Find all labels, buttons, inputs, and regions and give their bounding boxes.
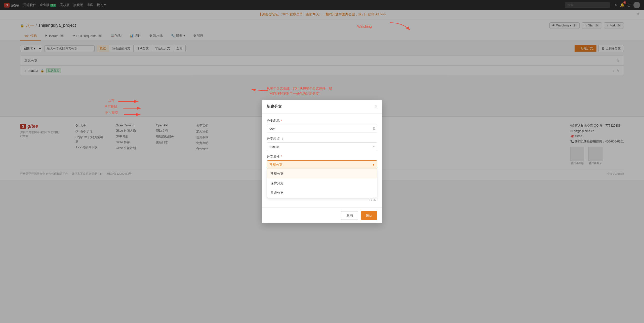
attr-option-protected[interactable]: 保护分支	[267, 178, 377, 180]
modal-title: 新建分支	[267, 104, 282, 109]
copy-icon[interactable]: ⧉	[373, 126, 375, 131]
modal-body: 分支名称 * ⧉ 分支起点 ℹ master ▾	[262, 114, 382, 180]
branch-start-select[interactable]: master	[267, 142, 377, 150]
attr-option-normal[interactable]: 常规分支	[267, 169, 377, 178]
branch-attr-group: 分支属性 * 常规分支 ▾ 常规分支 保护分支 只读分支	[267, 154, 377, 169]
branch-attr-label: 分支属性 *	[267, 154, 377, 159]
branch-start-info-icon: ℹ	[282, 137, 283, 140]
branch-name-label: 分支名称 *	[267, 119, 377, 123]
branch-attr-selected[interactable]: 常规分支	[267, 161, 377, 169]
branch-attr-required: *	[281, 155, 282, 158]
new-branch-modal: 新建分支 × 分支名称 * ⧉ 分支起点 ℹ	[262, 100, 382, 180]
branch-name-group: 分支名称 * ⧉	[267, 119, 377, 132]
branch-name-input[interactable]	[267, 125, 377, 132]
branch-start-group: 分支起点 ℹ master ▾	[267, 136, 377, 150]
modal-close-button[interactable]: ×	[375, 104, 377, 109]
modal-overlay[interactable]: 新建分支 × 分支名称 * ⧉ 分支起点 ℹ	[0, 0, 644, 180]
required-marker: *	[281, 119, 282, 123]
modal-header: 新建分支 ×	[262, 100, 382, 114]
branch-start-label: 分支起点 ℹ	[267, 136, 377, 141]
attr-dropdown: 常规分支 保护分支 只读分支	[267, 169, 377, 180]
